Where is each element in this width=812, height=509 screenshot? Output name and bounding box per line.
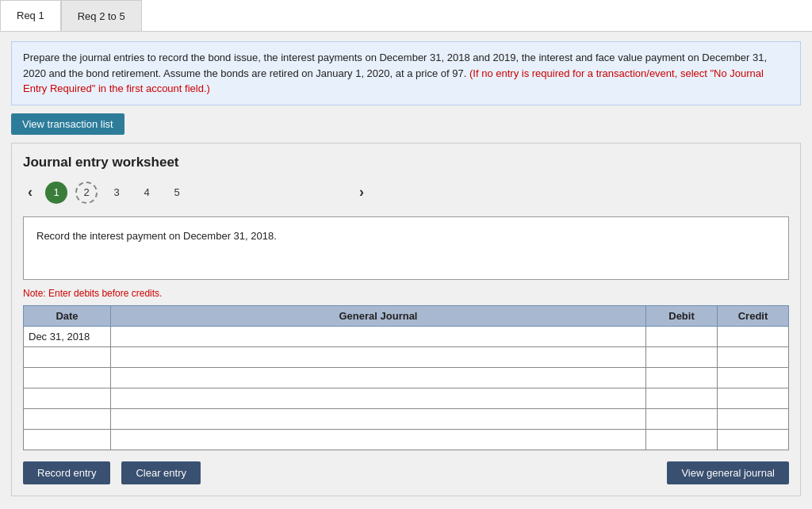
bottom-button-row: Record entry Clear entry View general jo… — [23, 461, 789, 484]
record-instruction-box: Record the interest payment on December … — [23, 216, 789, 280]
debit-cell-0[interactable] — [646, 326, 718, 346]
tab-req1[interactable]: Req 1 — [0, 0, 61, 31]
credit-input-3[interactable] — [721, 388, 785, 408]
general-cell-3[interactable] — [111, 388, 646, 408]
date-cell-0: Dec 31, 2018 — [24, 326, 111, 346]
general-cell-1[interactable] — [111, 346, 646, 367]
general-input-3[interactable] — [114, 388, 642, 408]
general-input-4[interactable] — [114, 409, 642, 429]
general-cell-2[interactable] — [111, 367, 646, 388]
general-input-2[interactable] — [114, 368, 642, 388]
date-cell-2 — [24, 367, 111, 388]
pagination-nav: ‹ 1 2 3 4 5 › — [23, 182, 789, 204]
date-cell-4 — [24, 408, 111, 429]
debit-cell-5[interactable] — [646, 429, 718, 450]
col-header-date: Date — [24, 305, 111, 326]
next-page-arrow[interactable]: › — [354, 182, 369, 202]
general-input-1[interactable] — [114, 347, 642, 367]
debit-cell-1[interactable] — [646, 346, 718, 367]
page-5-button[interactable]: 5 — [166, 182, 188, 204]
view-btn-row: View transaction list — [11, 113, 801, 135]
record-entry-button[interactable]: Record entry — [23, 461, 110, 484]
general-cell-0[interactable] — [111, 326, 646, 346]
credit-input-4[interactable] — [721, 409, 785, 429]
view-general-journal-button[interactable]: View general journal — [667, 461, 789, 484]
credit-cell-3[interactable] — [718, 388, 789, 408]
date-cell-5 — [24, 429, 111, 450]
debit-cell-4[interactable] — [646, 408, 718, 429]
page-3-button[interactable]: 3 — [105, 182, 128, 204]
credit-cell-0[interactable] — [718, 326, 789, 346]
table-row — [24, 367, 789, 388]
credit-input-5[interactable] — [721, 430, 785, 450]
record-instruction-text: Record the interest payment on December … — [36, 230, 277, 242]
table-row — [24, 388, 789, 408]
worksheet-title: Journal entry worksheet — [23, 155, 789, 170]
credit-cell-5[interactable] — [718, 429, 789, 450]
table-row — [24, 429, 789, 450]
clear-entry-button[interactable]: Clear entry — [121, 461, 201, 484]
debit-input-0[interactable] — [649, 327, 714, 346]
debit-input-3[interactable] — [649, 388, 714, 408]
table-row: Dec 31, 2018 — [24, 326, 789, 346]
debit-cell-2[interactable] — [646, 367, 718, 388]
table-row — [24, 346, 789, 367]
page-2-button[interactable]: 2 — [75, 182, 98, 204]
general-input-5[interactable] — [114, 430, 642, 450]
credit-input-1[interactable] — [721, 347, 785, 367]
tab-req2to5[interactable]: Req 2 to 5 — [61, 0, 142, 31]
credit-cell-1[interactable] — [718, 346, 789, 367]
general-cell-5[interactable] — [111, 429, 646, 450]
journal-table: Date General Journal Debit Credit Dec 31… — [23, 305, 789, 450]
prev-page-arrow[interactable]: ‹ — [23, 182, 37, 202]
page-4-button[interactable]: 4 — [136, 182, 158, 204]
worksheet-container: Journal entry worksheet ‹ 1 2 3 4 5 › Re… — [11, 143, 801, 496]
debit-cell-3[interactable] — [646, 388, 718, 408]
col-header-general: General Journal — [111, 305, 646, 326]
view-transaction-list-button[interactable]: View transaction list — [11, 113, 124, 135]
col-header-credit: Credit — [718, 305, 789, 326]
date-cell-3 — [24, 388, 111, 408]
page-1-button[interactable]: 1 — [45, 182, 67, 204]
credit-input-0[interactable] — [721, 327, 785, 346]
debit-input-4[interactable] — [649, 409, 714, 429]
tab-bar: Req 1 Req 2 to 5 — [0, 0, 812, 32]
date-cell-1 — [24, 346, 111, 367]
note-text: Note: Enter debits before credits. — [23, 288, 789, 299]
debit-input-1[interactable] — [649, 347, 714, 367]
general-input-0[interactable] — [114, 327, 642, 346]
debit-input-2[interactable] — [649, 368, 714, 388]
general-cell-4[interactable] — [111, 408, 646, 429]
table-row — [24, 408, 789, 429]
credit-cell-2[interactable] — [718, 367, 789, 388]
debit-input-5[interactable] — [649, 430, 714, 450]
instructions-box: Prepare the journal entries to record th… — [11, 41, 801, 105]
col-header-debit: Debit — [646, 305, 718, 326]
credit-input-2[interactable] — [721, 368, 785, 388]
credit-cell-4[interactable] — [718, 408, 789, 429]
